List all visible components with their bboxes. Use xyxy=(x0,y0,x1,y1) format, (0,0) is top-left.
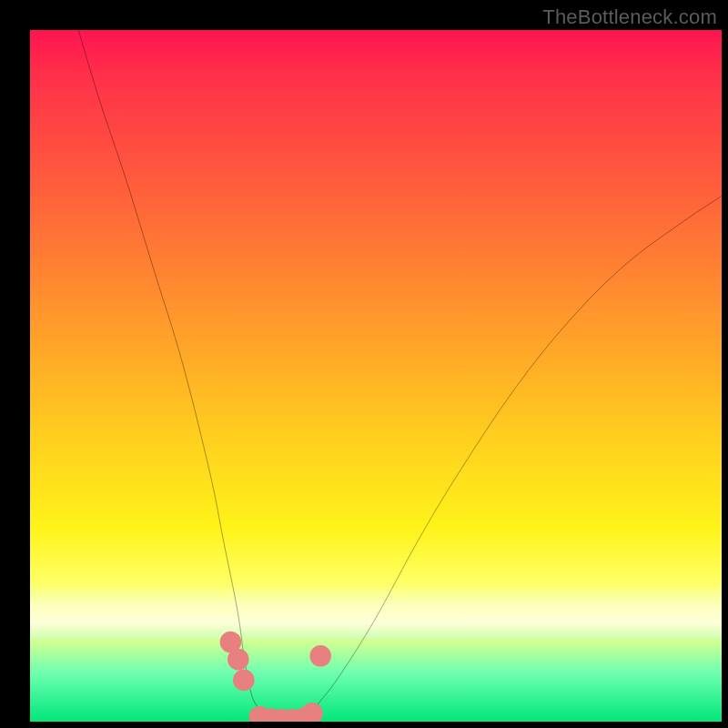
marker-dot xyxy=(233,670,255,692)
marker-dot xyxy=(301,703,323,722)
chart-svg xyxy=(30,30,722,722)
outer-frame: TheBottleneck.com xyxy=(0,0,728,728)
curve-right-branch xyxy=(293,196,722,722)
plot-area xyxy=(30,30,722,722)
attribution-label: TheBottleneck.com xyxy=(542,5,717,29)
curve-left-branch xyxy=(78,30,293,722)
marker-dot xyxy=(228,649,249,671)
marker-dot xyxy=(309,645,331,667)
